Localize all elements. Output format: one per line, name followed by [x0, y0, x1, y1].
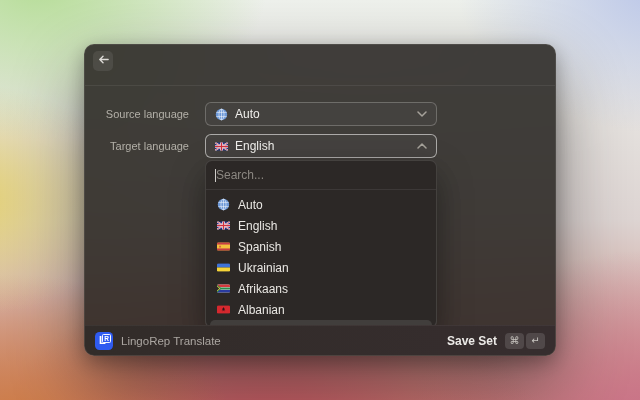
- globe-icon: [215, 108, 228, 121]
- language-search-input[interactable]: [206, 161, 436, 189]
- flag-south-africa-icon: [217, 284, 230, 293]
- chevron-down-icon: [417, 111, 427, 117]
- dropdown-search-row: [206, 161, 436, 190]
- flag-ukraine-icon: [217, 263, 230, 272]
- language-list: Auto English Spanis: [206, 190, 436, 328]
- flag-uk-icon: [215, 142, 228, 151]
- chevron-up-icon: [417, 143, 427, 149]
- language-option-label: Spanish: [238, 240, 281, 254]
- text-caret: [215, 169, 216, 182]
- window-footer: L R LingoRep Translate Save Set ⌘ ↵: [85, 325, 555, 355]
- target-language-label: Target language: [85, 134, 189, 158]
- globe-icon: [217, 198, 230, 211]
- language-dropdown-panel: Auto English Spanis: [205, 160, 437, 328]
- save-set-button[interactable]: Save Set: [447, 334, 497, 348]
- translate-settings-window: Source language Auto Target language Eng…: [84, 44, 556, 356]
- source-language-label: Source language: [85, 102, 189, 126]
- flag-uk-icon: [217, 221, 230, 230]
- language-option-label: Auto: [238, 198, 263, 212]
- target-language-value: English: [235, 139, 274, 153]
- back-button[interactable]: [93, 51, 113, 71]
- language-option-label: Ukrainian: [238, 261, 289, 275]
- language-option-label: English: [238, 219, 277, 233]
- language-option-label: Afrikaans: [238, 282, 288, 296]
- shortcut-keys: ⌘ ↵: [505, 333, 545, 349]
- return-key-icon: ↵: [526, 333, 545, 349]
- language-option-spanish[interactable]: Spanish: [210, 236, 432, 257]
- language-option-afrikaans[interactable]: Afrikaans: [210, 278, 432, 299]
- source-language-value: Auto: [235, 107, 260, 121]
- flag-spain-icon: [217, 242, 230, 251]
- app-name: LingoRep Translate: [121, 335, 221, 347]
- language-option-albanian[interactable]: Albanian: [210, 299, 432, 320]
- command-key-icon: ⌘: [505, 333, 524, 349]
- arrow-left-icon: [97, 52, 110, 70]
- language-option-auto[interactable]: Auto: [210, 194, 432, 215]
- lingorep-logo: L R: [95, 332, 113, 350]
- language-option-label: Albanian: [238, 303, 285, 317]
- logo-letter-r: R: [102, 334, 111, 343]
- source-language-select[interactable]: Auto: [205, 102, 437, 126]
- language-option-english[interactable]: English: [210, 215, 432, 236]
- flag-albania-icon: [217, 305, 230, 314]
- window-header: [85, 45, 555, 86]
- target-language-select[interactable]: English: [205, 134, 437, 158]
- language-option-ukrainian[interactable]: Ukrainian: [210, 257, 432, 278]
